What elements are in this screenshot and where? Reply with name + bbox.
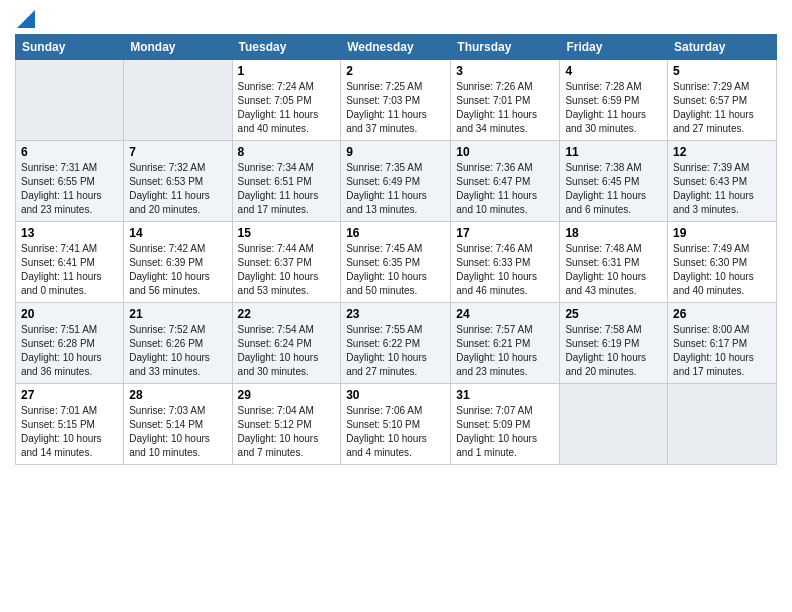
calendar-cell: 16Sunrise: 7:45 AM Sunset: 6:35 PM Dayli… [341, 222, 451, 303]
day-number: 20 [21, 307, 118, 321]
day-number: 12 [673, 145, 771, 159]
calendar-cell [560, 384, 668, 465]
calendar-week-row: 6Sunrise: 7:31 AM Sunset: 6:55 PM Daylig… [16, 141, 777, 222]
cell-details: Sunrise: 7:44 AM Sunset: 6:37 PM Dayligh… [238, 243, 319, 296]
day-number: 9 [346, 145, 445, 159]
cell-details: Sunrise: 7:48 AM Sunset: 6:31 PM Dayligh… [565, 243, 646, 296]
calendar-week-row: 1Sunrise: 7:24 AM Sunset: 7:05 PM Daylig… [16, 60, 777, 141]
calendar-cell: 8Sunrise: 7:34 AM Sunset: 6:51 PM Daylig… [232, 141, 341, 222]
calendar-cell: 9Sunrise: 7:35 AM Sunset: 6:49 PM Daylig… [341, 141, 451, 222]
day-number: 25 [565, 307, 662, 321]
svg-marker-0 [17, 10, 35, 28]
day-number: 28 [129, 388, 226, 402]
day-number: 8 [238, 145, 336, 159]
cell-details: Sunrise: 7:25 AM Sunset: 7:03 PM Dayligh… [346, 81, 427, 134]
calendar-cell: 26Sunrise: 8:00 AM Sunset: 6:17 PM Dayli… [668, 303, 777, 384]
cell-details: Sunrise: 7:31 AM Sunset: 6:55 PM Dayligh… [21, 162, 102, 215]
cell-details: Sunrise: 7:24 AM Sunset: 7:05 PM Dayligh… [238, 81, 319, 134]
day-number: 10 [456, 145, 554, 159]
day-number: 2 [346, 64, 445, 78]
day-of-week-header: Saturday [668, 35, 777, 60]
day-number: 5 [673, 64, 771, 78]
calendar-cell: 15Sunrise: 7:44 AM Sunset: 6:37 PM Dayli… [232, 222, 341, 303]
day-number: 26 [673, 307, 771, 321]
calendar-cell: 6Sunrise: 7:31 AM Sunset: 6:55 PM Daylig… [16, 141, 124, 222]
cell-details: Sunrise: 7:01 AM Sunset: 5:15 PM Dayligh… [21, 405, 102, 458]
logo [15, 10, 35, 28]
cell-details: Sunrise: 7:41 AM Sunset: 6:41 PM Dayligh… [21, 243, 102, 296]
calendar-cell: 7Sunrise: 7:32 AM Sunset: 6:53 PM Daylig… [124, 141, 232, 222]
cell-details: Sunrise: 7:42 AM Sunset: 6:39 PM Dayligh… [129, 243, 210, 296]
day-number: 1 [238, 64, 336, 78]
cell-details: Sunrise: 7:03 AM Sunset: 5:14 PM Dayligh… [129, 405, 210, 458]
cell-details: Sunrise: 7:29 AM Sunset: 6:57 PM Dayligh… [673, 81, 754, 134]
calendar-cell: 13Sunrise: 7:41 AM Sunset: 6:41 PM Dayli… [16, 222, 124, 303]
calendar-cell: 29Sunrise: 7:04 AM Sunset: 5:12 PM Dayli… [232, 384, 341, 465]
calendar-cell: 3Sunrise: 7:26 AM Sunset: 7:01 PM Daylig… [451, 60, 560, 141]
cell-details: Sunrise: 7:49 AM Sunset: 6:30 PM Dayligh… [673, 243, 754, 296]
day-number: 23 [346, 307, 445, 321]
day-number: 3 [456, 64, 554, 78]
calendar-cell: 27Sunrise: 7:01 AM Sunset: 5:15 PM Dayli… [16, 384, 124, 465]
day-number: 22 [238, 307, 336, 321]
calendar-week-row: 27Sunrise: 7:01 AM Sunset: 5:15 PM Dayli… [16, 384, 777, 465]
calendar-cell: 14Sunrise: 7:42 AM Sunset: 6:39 PM Dayli… [124, 222, 232, 303]
day-header-row: SundayMondayTuesdayWednesdayThursdayFrid… [16, 35, 777, 60]
day-number: 21 [129, 307, 226, 321]
cell-details: Sunrise: 7:32 AM Sunset: 6:53 PM Dayligh… [129, 162, 210, 215]
calendar-cell: 22Sunrise: 7:54 AM Sunset: 6:24 PM Dayli… [232, 303, 341, 384]
cell-details: Sunrise: 7:26 AM Sunset: 7:01 PM Dayligh… [456, 81, 537, 134]
calendar-week-row: 13Sunrise: 7:41 AM Sunset: 6:41 PM Dayli… [16, 222, 777, 303]
logo-triangle-icon [17, 10, 35, 28]
calendar-cell: 11Sunrise: 7:38 AM Sunset: 6:45 PM Dayli… [560, 141, 668, 222]
calendar-cell: 24Sunrise: 7:57 AM Sunset: 6:21 PM Dayli… [451, 303, 560, 384]
day-of-week-header: Friday [560, 35, 668, 60]
cell-details: Sunrise: 7:06 AM Sunset: 5:10 PM Dayligh… [346, 405, 427, 458]
day-number: 19 [673, 226, 771, 240]
day-number: 7 [129, 145, 226, 159]
cell-details: Sunrise: 7:07 AM Sunset: 5:09 PM Dayligh… [456, 405, 537, 458]
day-number: 17 [456, 226, 554, 240]
calendar-week-row: 20Sunrise: 7:51 AM Sunset: 6:28 PM Dayli… [16, 303, 777, 384]
day-number: 16 [346, 226, 445, 240]
cell-details: Sunrise: 7:52 AM Sunset: 6:26 PM Dayligh… [129, 324, 210, 377]
cell-details: Sunrise: 7:55 AM Sunset: 6:22 PM Dayligh… [346, 324, 427, 377]
day-number: 24 [456, 307, 554, 321]
calendar-cell: 1Sunrise: 7:24 AM Sunset: 7:05 PM Daylig… [232, 60, 341, 141]
day-number: 18 [565, 226, 662, 240]
cell-details: Sunrise: 7:51 AM Sunset: 6:28 PM Dayligh… [21, 324, 102, 377]
cell-details: Sunrise: 7:04 AM Sunset: 5:12 PM Dayligh… [238, 405, 319, 458]
calendar-cell: 25Sunrise: 7:58 AM Sunset: 6:19 PM Dayli… [560, 303, 668, 384]
cell-details: Sunrise: 7:45 AM Sunset: 6:35 PM Dayligh… [346, 243, 427, 296]
calendar-cell [668, 384, 777, 465]
calendar-cell [124, 60, 232, 141]
calendar-cell: 30Sunrise: 7:06 AM Sunset: 5:10 PM Dayli… [341, 384, 451, 465]
day-number: 29 [238, 388, 336, 402]
calendar-cell: 20Sunrise: 7:51 AM Sunset: 6:28 PM Dayli… [16, 303, 124, 384]
cell-details: Sunrise: 7:58 AM Sunset: 6:19 PM Dayligh… [565, 324, 646, 377]
cell-details: Sunrise: 7:54 AM Sunset: 6:24 PM Dayligh… [238, 324, 319, 377]
day-of-week-header: Thursday [451, 35, 560, 60]
calendar-cell: 28Sunrise: 7:03 AM Sunset: 5:14 PM Dayli… [124, 384, 232, 465]
calendar-cell: 12Sunrise: 7:39 AM Sunset: 6:43 PM Dayli… [668, 141, 777, 222]
day-of-week-header: Tuesday [232, 35, 341, 60]
day-number: 4 [565, 64, 662, 78]
calendar-cell: 4Sunrise: 7:28 AM Sunset: 6:59 PM Daylig… [560, 60, 668, 141]
cell-details: Sunrise: 7:38 AM Sunset: 6:45 PM Dayligh… [565, 162, 646, 215]
cell-details: Sunrise: 7:34 AM Sunset: 6:51 PM Dayligh… [238, 162, 319, 215]
cell-details: Sunrise: 7:28 AM Sunset: 6:59 PM Dayligh… [565, 81, 646, 134]
day-number: 15 [238, 226, 336, 240]
page: SundayMondayTuesdayWednesdayThursdayFrid… [0, 0, 792, 480]
header [15, 10, 777, 28]
calendar-cell: 23Sunrise: 7:55 AM Sunset: 6:22 PM Dayli… [341, 303, 451, 384]
calendar-table: SundayMondayTuesdayWednesdayThursdayFrid… [15, 34, 777, 465]
cell-details: Sunrise: 7:36 AM Sunset: 6:47 PM Dayligh… [456, 162, 537, 215]
day-number: 11 [565, 145, 662, 159]
calendar-cell: 2Sunrise: 7:25 AM Sunset: 7:03 PM Daylig… [341, 60, 451, 141]
day-number: 31 [456, 388, 554, 402]
cell-details: Sunrise: 8:00 AM Sunset: 6:17 PM Dayligh… [673, 324, 754, 377]
day-of-week-header: Monday [124, 35, 232, 60]
day-number: 6 [21, 145, 118, 159]
calendar-cell: 5Sunrise: 7:29 AM Sunset: 6:57 PM Daylig… [668, 60, 777, 141]
day-number: 27 [21, 388, 118, 402]
